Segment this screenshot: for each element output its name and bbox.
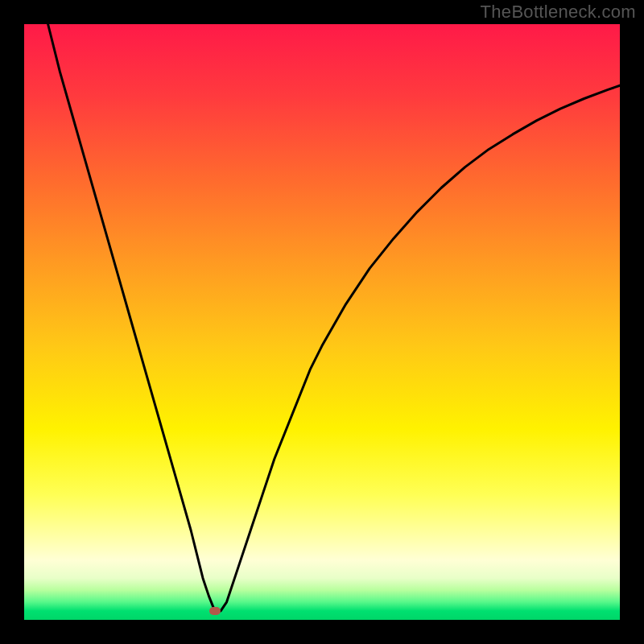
chart-frame: TheBottleneck.com xyxy=(0,0,644,644)
watermark-text: TheBottleneck.com xyxy=(481,2,636,23)
optimal-point-marker xyxy=(209,607,221,615)
bottleneck-curve xyxy=(24,24,620,620)
plot-area xyxy=(24,24,620,620)
